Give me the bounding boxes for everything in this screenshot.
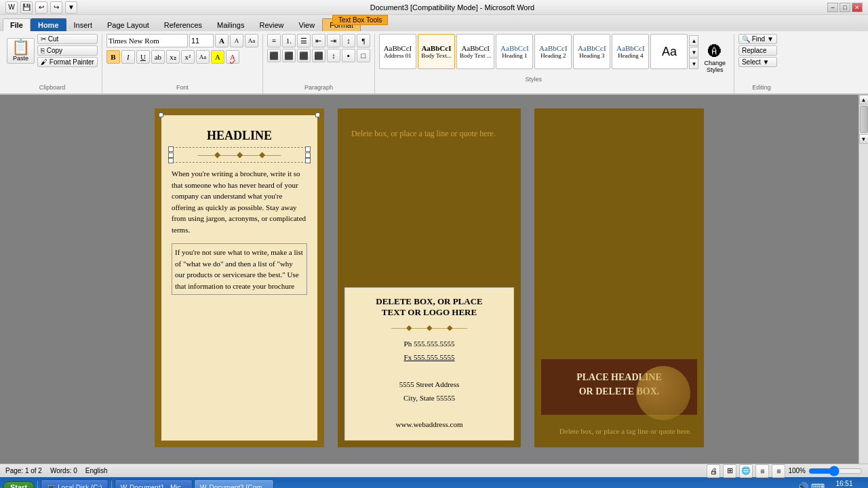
taskbar-word1[interactable]: W Document1 - Mic... — [115, 479, 193, 488]
show-marks-btn[interactable]: ¶ — [357, 34, 370, 47]
tab-references[interactable]: References — [157, 18, 210, 31]
style-heading2[interactable]: AaBbCcI Heading 2 — [534, 34, 572, 69]
style-heading1-preview: AaBbCcI — [499, 44, 530, 52]
tab-insert[interactable]: Insert — [66, 18, 100, 31]
brochure-left-para2-text: If you're not sure what to write, make a… — [175, 248, 303, 290]
brochure-left-panel[interactable]: HEADLINE ——◆——◆——◆—— When you're writing — [155, 108, 324, 447]
taskbar-local-disk[interactable]: 💻 Local Disk (C:) — [41, 479, 108, 488]
web-layout-btn[interactable]: 🌐 — [739, 464, 753, 478]
brochure-right-tagline: Delete box, or place a tag line or quote… — [541, 422, 697, 441]
shading-btn[interactable]: ▪ — [342, 49, 355, 62]
underline-button[interactable]: U — [136, 50, 150, 64]
find-button[interactable]: 🔍 Find ▼ — [738, 34, 777, 44]
multilevel-button[interactable]: ☰ — [297, 34, 311, 47]
select-button[interactable]: Select ▼ — [738, 57, 777, 67]
decrease-indent-btn[interactable]: ⇤ — [312, 34, 326, 47]
align-right-btn[interactable]: ⬛ — [297, 49, 311, 62]
style-bodytext2[interactable]: AaBbCcI Body Text ... — [456, 34, 494, 69]
word2-label: Document3 [Com... — [209, 484, 267, 489]
brochure-center-tagline: Delete box, or place a tag line or quote… — [344, 115, 514, 281]
font-shrink-btn[interactable]: A — [230, 34, 243, 47]
bold-button[interactable]: B — [106, 50, 120, 64]
font-grow-btn[interactable]: A — [215, 34, 229, 47]
scroll-up-btn[interactable]: ▲ — [859, 95, 869, 104]
align-center-btn[interactable]: ⬛ — [282, 49, 296, 62]
zoom-level: 100% — [788, 467, 806, 474]
italic-button[interactable]: I — [121, 50, 135, 64]
tab-pagelayout[interactable]: Page Layout — [100, 18, 157, 31]
change-styles-button[interactable]: 🅐 Change Styles — [700, 41, 730, 76]
borders-btn[interactable]: □ — [357, 49, 370, 62]
zoom-slider[interactable] — [808, 466, 863, 476]
style-bodytext[interactable]: AaBbCcI Body Text... — [418, 34, 455, 69]
copy-button[interactable]: ⎘ Copy — [37, 45, 98, 56]
style-normal[interactable]: Aa — [650, 34, 688, 69]
tab-view[interactable]: View — [292, 18, 323, 31]
start-button[interactable]: Start — [3, 481, 35, 488]
brochure-center-box[interactable]: DELETE BOX, OR PLACE TEXT OR LOGO HERE —… — [344, 287, 514, 441]
word1-label: Document1 - Mic... — [130, 484, 186, 489]
local-disk-label: Local Disk (C:) — [58, 484, 102, 489]
superscript-button[interactable]: x² — [181, 50, 195, 64]
fontcolor-button[interactable]: A — [226, 50, 239, 64]
increase-indent-btn[interactable]: ⇥ — [327, 34, 340, 47]
tab-review[interactable]: Review — [252, 18, 291, 31]
style-address-label: Address 01 — [382, 52, 413, 59]
styles-scroll-down[interactable]: ▼ — [689, 47, 698, 58]
save-quick-btn[interactable]: 💾 — [20, 1, 33, 14]
sort-btn[interactable]: ↕ — [342, 34, 355, 47]
scroll-thumb[interactable] — [860, 106, 868, 133]
document-area: HEADLINE ——◆——◆——◆—— When you're writing — [0, 95, 868, 464]
scroll-down-btn[interactable]: ▼ — [859, 134, 869, 144]
word-icon: W — [5, 1, 18, 14]
redo-quick-btn[interactable]: ↪ — [50, 1, 62, 14]
clear-format-btn[interactable]: Aa — [245, 34, 258, 47]
undo-quick-btn[interactable]: ↩ — [35, 1, 47, 14]
full-screen-btn[interactable]: ⊞ — [723, 464, 736, 478]
style-heading4[interactable]: AaBbCcI Heading 4 — [612, 34, 649, 69]
styles-more-btn[interactable]: ▼ — [689, 58, 698, 69]
style-heading3[interactable]: AaBbCcI Heading 3 — [573, 34, 610, 69]
tab-home[interactable]: Home — [31, 18, 66, 31]
editing-group: 🔍 Find ▼ Replace Select ▼ Editing — [734, 34, 789, 94]
close-btn[interactable]: ✕ — [852, 3, 863, 12]
brochure-left-para1: When you're writing a brochure, write it… — [172, 168, 307, 235]
bullets-button[interactable]: ≡ — [267, 34, 281, 47]
draft-btn[interactable]: ≡ — [772, 464, 785, 478]
print-layout-btn[interactable]: 🖨 — [707, 464, 720, 478]
style-address[interactable]: AaBbCcI Address 01 — [379, 34, 416, 69]
replace-button[interactable]: Replace — [738, 45, 777, 56]
status-left: Page: 1 of 2 Words: 0 English — [5, 467, 108, 474]
style-heading1[interactable]: AaBbCcI Heading 1 — [496, 34, 533, 69]
restore-btn[interactable]: □ — [840, 3, 850, 12]
brochure-decorative-coin — [636, 366, 690, 420]
handle-midright — [305, 152, 311, 158]
outline-btn[interactable]: ≡ — [755, 464, 769, 478]
font-name-input[interactable] — [106, 34, 188, 47]
subscript-button[interactable]: x₂ — [166, 50, 180, 64]
numbering-button[interactable]: 1. — [282, 34, 296, 47]
justify-btn[interactable]: ⬛ — [312, 49, 326, 62]
taskbar-sep1 — [37, 481, 38, 488]
brochure-right-panel[interactable]: PLACE HEADLINE OR DELETE BOX. Delete box… — [534, 108, 704, 447]
minimize-btn[interactable]: – — [827, 3, 838, 12]
style-bodytext2-preview: AaBbCcI — [460, 44, 491, 52]
styles-scroll-up[interactable]: ▲ — [689, 35, 698, 46]
taskbar-word2[interactable]: W Document3 [Com... — [194, 479, 274, 488]
paste-button[interactable]: 📋 Paste — [7, 38, 35, 64]
cut-button[interactable]: ✂ Cut — [37, 34, 98, 44]
tab-file[interactable]: File — [3, 18, 31, 31]
qa-more-btn[interactable]: ▼ — [65, 1, 77, 14]
line-spacing-btn[interactable]: ↕ — [327, 49, 340, 62]
changecase-button[interactable]: Aa — [196, 50, 210, 64]
brochure-left-inner: HEADLINE ——◆——◆——◆—— When you're writing — [161, 115, 317, 441]
highlight-button[interactable]: A — [211, 50, 224, 64]
brochure-center-panel[interactable]: Delete box, or place a tag line or quote… — [338, 108, 521, 447]
font-size-input[interactable] — [189, 34, 214, 47]
align-left-btn[interactable]: ⬛ — [267, 49, 281, 62]
selected-textbox[interactable]: ——◆——◆——◆—— — [172, 150, 307, 160]
strikethrough-button[interactable]: ab — [151, 50, 165, 64]
format-painter-button[interactable]: 🖌 Format Painter — [37, 57, 98, 67]
vertical-scrollbar[interactable]: ▲ ▼ — [859, 95, 868, 464]
tab-mailings[interactable]: Mailings — [210, 18, 252, 31]
